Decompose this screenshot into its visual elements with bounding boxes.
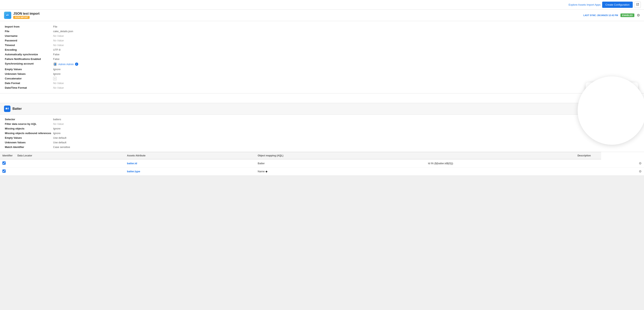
svg-rect-2 [8, 15, 9, 16]
concat-badge: - [53, 77, 57, 80]
no-value-text: No Value [53, 82, 64, 85]
config-row: Concatenator- [5, 76, 639, 81]
object-field-value: batters [53, 117, 639, 122]
svg-rect-1 [6, 15, 8, 16]
object-field-value: Ignore [53, 126, 639, 131]
data-table: IdentifierData LocatorAssets AttributeOb… [0, 152, 644, 176]
top-bar: Explore Assets Import Apps Create Config… [0, 0, 644, 10]
object-field-label: Filter data source by AQL [5, 122, 53, 126]
row-gear-button[interactable]: ⚙ [639, 169, 642, 173]
table-column-header: Identifier [0, 152, 15, 159]
object-field-value: Use default [53, 135, 639, 140]
object-field-row: Selectorbatters [5, 117, 639, 122]
row-identifier [15, 167, 125, 176]
data-locator-link[interactable]: batter.id [127, 162, 137, 165]
object-field-row: Missing objects outbound referencesIgnor… [5, 131, 639, 135]
row-data-locator: batter.type [124, 167, 255, 176]
config-row: Date/Time FormatNo Value [5, 85, 639, 90]
no-value-text: No Value [53, 44, 64, 47]
config-table: Import fromFileFilecake_details.jsonUser… [5, 24, 639, 90]
object-field-value: Case sensitive [53, 145, 639, 149]
config-value: False [53, 57, 639, 61]
object-section: Batter DISABLED ⚙ SelectorbattersFilter … [0, 103, 644, 176]
row-gear-cell: ⚙ [601, 167, 644, 176]
config-value: No Value [53, 81, 639, 85]
config-label: Date/Time Format [5, 85, 53, 90]
config-row: Automatically synchronizeFalse [5, 52, 639, 57]
data-table-wrapper: IdentifierData LocatorAssets AttributeOb… [0, 152, 644, 176]
table-row: batter.typeName ◆⚙ [0, 167, 644, 176]
row-object-mapping: Id IN (${batter.id${0}}) [426, 159, 593, 167]
object-field-label: Missing objects [5, 126, 53, 131]
object-field-label: Unknown Values [5, 140, 53, 145]
object-field-row: Unknown ValuesUse default [5, 140, 639, 145]
enabled-badge: ENABLED [620, 13, 634, 17]
object-field-value: Ignore [53, 131, 639, 135]
json-app-icon [4, 12, 11, 19]
object-title: Batter [12, 107, 22, 111]
object-field-value: No Value [53, 122, 639, 126]
config-label: File [5, 29, 53, 33]
config-value: Ignore [53, 72, 639, 76]
config-label: Import from [5, 24, 53, 29]
row-checkbox[interactable] [2, 161, 6, 165]
config-row: Unknown ValuesIgnore [5, 72, 639, 76]
data-locator-link[interactable]: batter.type [127, 170, 140, 173]
header-left: JSON test import JSON IMPORT [4, 12, 40, 19]
row-data-locator: batter.id [124, 159, 255, 167]
no-value-text: No Value [53, 122, 64, 125]
info-icon[interactable]: i [75, 62, 78, 66]
object-fields-table: SelectorbattersFilter data source by AQL… [5, 117, 639, 149]
settings-gear-button[interactable]: ⚙ [637, 13, 640, 17]
config-label: Unknown Values [5, 72, 53, 76]
config-label: Encoding [5, 47, 53, 52]
create-object-row: Create Object [0, 93, 644, 103]
page-header: JSON test import JSON IMPORT LAST SYNC: … [0, 10, 644, 21]
svg-rect-4 [8, 108, 9, 109]
config-row: PasswordNo Value [5, 38, 639, 43]
account-name: Admin Admin [58, 63, 74, 66]
config-label: Empty Values [5, 67, 53, 72]
config-value: False [53, 52, 639, 57]
object-type-icon [4, 106, 10, 112]
config-row: UsernameNo Value [5, 33, 639, 38]
page-title: JSON test import [13, 12, 40, 15]
row-assets-attribute: Batter [255, 159, 426, 167]
svg-rect-3 [6, 108, 7, 109]
object-field-label: Selector [5, 117, 53, 122]
table-column-header: Object mapping (AQL) [255, 152, 426, 159]
object-header-left: Batter [4, 106, 22, 112]
config-value: - [53, 76, 639, 81]
config-row: TimeoutNo Value [5, 43, 639, 47]
header-right: LAST SYNC: 28/JAN/25 12:42 PM ENABLED ⚙ [583, 13, 640, 17]
row-description [593, 159, 601, 167]
row-description [593, 167, 601, 176]
object-fields: SelectorbattersFilter data source by AQL… [0, 115, 644, 152]
config-value: 👤 Admin Admin i [53, 61, 639, 67]
row-checkbox[interactable] [2, 169, 6, 173]
create-configuration-button[interactable]: Create Configuration [602, 1, 633, 8]
explore-assets-link[interactable]: Explore Assets Import Apps [568, 3, 600, 6]
last-sync-label: LAST SYNC: 28/JAN/25 12:42 PM [583, 14, 618, 16]
config-value: cake_details.json [53, 29, 639, 33]
config-label: Username [5, 33, 53, 38]
config-row: Empty ValuesIgnore [5, 67, 639, 72]
page-title-group: JSON test import JSON IMPORT [13, 12, 40, 19]
config-label: Timeout [5, 43, 53, 47]
avatar: 👤 [53, 62, 57, 66]
config-label: Password [5, 38, 53, 43]
table-gear-header [593, 152, 601, 159]
config-label: Failure Notifications Enabled [5, 57, 53, 61]
config-row: Synchronizing account 👤 Admin Admin i [5, 61, 639, 67]
object-field-row: Filter data source by AQLNo Value [5, 122, 639, 126]
object-field-label: Missing objects outbound references [5, 131, 53, 135]
row-gear-button[interactable]: ⚙ [639, 161, 642, 165]
account-link[interactable]: 👤 Admin Admin i [53, 62, 638, 66]
table-column-header: Data Locator [15, 152, 125, 159]
config-value: Ignore [53, 67, 639, 72]
config-row: Import fromFile [5, 24, 639, 29]
config-value: File [53, 24, 639, 29]
config-row: Failure Notifications EnabledFalse [5, 57, 639, 61]
external-link-button[interactable] [634, 1, 641, 8]
row-assets-attribute: Name ◆ [255, 167, 426, 176]
